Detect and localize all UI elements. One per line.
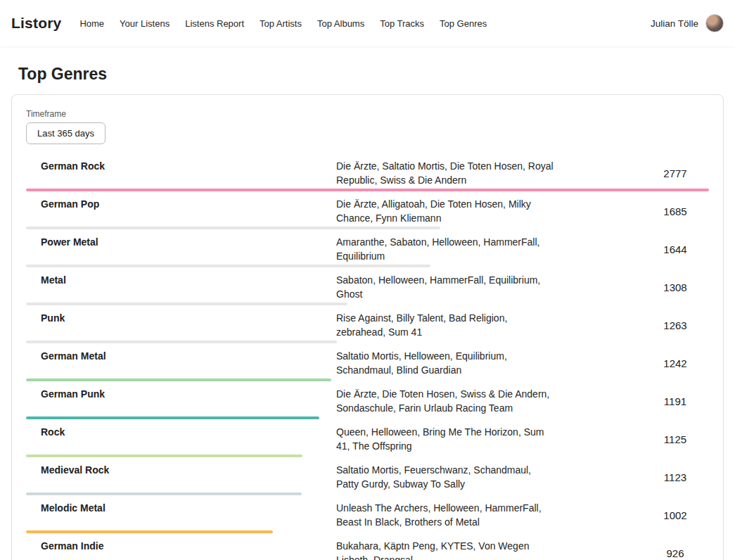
genre-progress-fill — [26, 492, 302, 495]
genre-progress-track — [26, 416, 709, 419]
top-nav: Listory Home Your Listens Listens Report… — [0, 0, 735, 46]
genre-artists: Sabaton, Helloween, HammerFall, Equilibr… — [336, 273, 554, 301]
timeframe-label: Timeframe — [26, 109, 709, 119]
genre-artists: Rise Against, Billy Talent, Bad Religion… — [336, 311, 554, 339]
genre-count: 1263 — [644, 319, 707, 331]
genre-artists: Die Ärzte, Alligatoah, Die Toten Hosen, … — [336, 197, 554, 225]
main-content: Top Genres Timeframe Last 365 days Germa… — [0, 65, 735, 560]
genre-progress-fill — [26, 341, 337, 343]
genre-artists: Die Ärzte, Saltatio Mortis, Die Toten Ho… — [336, 159, 554, 187]
genre-row: Medieval Rock Saltatio Mortis, Feuerschw… — [26, 459, 709, 497]
genre-row: German Pop Die Ärzte, Alligatoah, Die To… — [26, 193, 709, 231]
genre-name: Punk — [26, 311, 336, 325]
genre-progress-track — [26, 265, 709, 267]
genre-rows: German Rock Die Ärzte, Saltatio Mortis, … — [26, 155, 709, 560]
genre-progress-track — [26, 341, 709, 343]
genre-name: Medieval Rock — [26, 463, 336, 477]
genre-progress-fill — [26, 530, 273, 533]
genre-progress-track — [26, 303, 709, 305]
genre-count: 1123 — [644, 471, 707, 483]
genre-name: Rock — [26, 425, 336, 439]
genre-name: German Metal — [26, 349, 336, 363]
nav-link-top-genres[interactable]: Top Genres — [440, 18, 487, 29]
genre-count: 1242 — [644, 357, 707, 369]
genre-row: Punk Rise Against, Billy Talent, Bad Rel… — [26, 307, 709, 345]
genre-progress-fill — [26, 378, 331, 381]
nav-link-home[interactable]: Home — [79, 18, 104, 29]
genre-row: Power Metal Amaranthe, Sabaton, Hellowee… — [26, 231, 709, 269]
main-nav: Home Your Listens Listens Report Top Art… — [79, 18, 502, 29]
genre-progress-track — [26, 227, 709, 229]
genre-artists: Bukahara, Käptn Peng, KYTES, Von Wegen L… — [336, 539, 554, 560]
genre-count: 2777 — [644, 167, 707, 179]
nav-link-top-tracks[interactable]: Top Tracks — [380, 18, 424, 29]
top-genres-card: Timeframe Last 365 days German Rock Die … — [11, 94, 724, 560]
genre-progress-fill — [26, 265, 430, 267]
genre-row: German Rock Die Ärzte, Saltatio Mortis, … — [26, 155, 709, 193]
genre-name: German Rock — [26, 159, 336, 173]
genre-count: 1125 — [644, 433, 707, 445]
nav-link-your-listens[interactable]: Your Listens — [120, 18, 170, 29]
genre-artists: Die Ärzte, Die Toten Hosen, Swiss & Die … — [336, 387, 554, 415]
genre-progress-fill — [26, 227, 440, 229]
genre-count: 1308 — [644, 281, 707, 293]
genre-artists: Queen, Helloween, Bring Me The Horizon, … — [336, 425, 554, 453]
genre-row: Melodic Metal Unleash The Archers, Hello… — [26, 497, 709, 535]
genre-count: 926 — [644, 547, 707, 559]
genre-count: 1644 — [644, 243, 707, 255]
genre-progress-track — [26, 378, 709, 381]
genre-progress-fill — [26, 454, 302, 457]
genre-artists: Saltatio Mortis, Feuerschwanz, Schandmau… — [336, 463, 554, 491]
genre-row: Metal Sabaton, Helloween, HammerFall, Eq… — [26, 269, 709, 307]
genre-row: German Metal Saltatio Mortis, Helloween,… — [26, 345, 709, 383]
genre-progress-track — [26, 530, 709, 533]
genre-name: Metal — [26, 273, 336, 287]
genre-name: Melodic Metal — [26, 501, 336, 515]
genre-row: German Indie Bukahara, Käptn Peng, KYTES… — [26, 535, 709, 560]
genre-count: 1191 — [644, 395, 707, 407]
genre-name: Power Metal — [26, 235, 336, 249]
user-menu[interactable]: Julian Tölle — [651, 14, 724, 32]
genre-name: German Punk — [26, 387, 336, 401]
app-logo[interactable]: Listory — [11, 15, 61, 32]
user-name: Julian Tölle — [651, 18, 698, 29]
genre-artists: Unleash The Archers, Helloween, HammerFa… — [336, 501, 554, 529]
avatar[interactable] — [705, 14, 724, 32]
genre-row: Rock Queen, Helloween, Bring Me The Hori… — [26, 421, 709, 459]
genre-progress-fill — [26, 189, 709, 191]
genre-count: 1685 — [644, 205, 707, 217]
nav-link-top-artists[interactable]: Top Artists — [260, 18, 302, 29]
page-title: Top Genres — [18, 65, 735, 84]
genre-progress-track — [26, 492, 709, 495]
genre-row: German Punk Die Ärzte, Die Toten Hosen, … — [26, 383, 709, 421]
genre-name: German Pop — [26, 197, 336, 211]
nav-link-listens-report[interactable]: Listens Report — [185, 18, 244, 29]
genre-progress-track — [26, 454, 709, 457]
timeframe-select[interactable]: Last 365 days — [26, 122, 106, 144]
genre-artists: Saltatio Mortis, Helloween, Equilibrium,… — [336, 349, 554, 377]
genre-count: 1002 — [644, 509, 707, 521]
genre-progress-track — [26, 189, 709, 191]
genre-progress-fill — [26, 303, 347, 305]
nav-link-top-albums[interactable]: Top Albums — [317, 18, 364, 29]
genre-name: German Indie — [26, 539, 336, 553]
genre-artists: Amaranthe, Sabaton, Helloween, HammerFal… — [336, 235, 554, 263]
genre-progress-fill — [26, 416, 319, 419]
